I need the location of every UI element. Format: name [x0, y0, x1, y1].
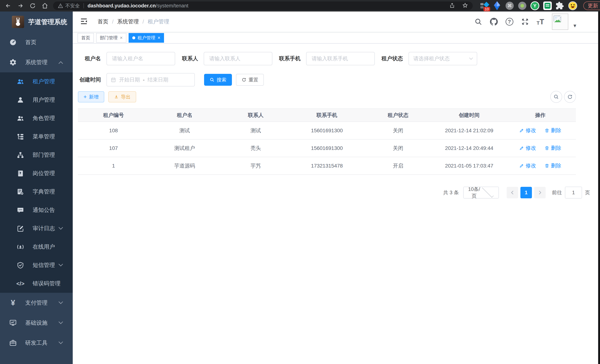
dashboard-icon	[9, 38, 18, 47]
not-secure-label[interactable]: 不安全	[65, 3, 80, 9]
browser-home-icon[interactable]	[41, 2, 49, 10]
tab-departments[interactable]: 部门管理 ×	[96, 33, 126, 43]
url-host[interactable]: dashboard.yudao.iocoder.cn	[88, 3, 156, 9]
extensions-puzzle-icon[interactable]	[555, 1, 565, 10]
sidebar-item-menus[interactable]: 菜单管理	[0, 127, 73, 146]
edit-button[interactable]: 修改	[519, 127, 536, 134]
extension-y-icon[interactable]: Y	[529, 1, 540, 10]
header-search-icon[interactable]	[474, 18, 482, 26]
app-logo[interactable]: 芋道管理系统	[0, 11, 73, 32]
breadcrumb-home[interactable]: 首页	[98, 18, 108, 25]
top-navbar: 首页 / 系统管理 / 租户管理 ? TT ▾	[73, 11, 598, 32]
delete-button[interactable]: 删除	[544, 162, 561, 169]
menu-fold-icon[interactable]	[80, 17, 88, 26]
fullscreen-icon[interactable]	[521, 18, 529, 26]
browser-reload-icon[interactable]	[28, 2, 37, 10]
sidebar-item-error-codes[interactable]: </> 错误码管理	[0, 274, 73, 293]
extension-diamond-icon[interactable]: 10	[479, 1, 490, 10]
edit-pencil-icon	[519, 163, 524, 168]
avatar[interactable]	[552, 14, 568, 30]
chevron-down-icon	[58, 339, 63, 344]
delete-button[interactable]: 删除	[544, 145, 561, 152]
status-select[interactable]: 请选择租户状态	[409, 52, 477, 65]
browser-forward-icon[interactable]	[16, 2, 25, 10]
next-page-button[interactable]	[534, 187, 546, 198]
sms-shield-icon	[16, 261, 25, 270]
sidebar-item-infra[interactable]: 基础设施	[0, 313, 73, 333]
contact-input[interactable]	[204, 52, 272, 65]
sidebar-item-departments[interactable]: 部门管理	[0, 146, 73, 164]
avatar-caret-down-icon[interactable]: ▾	[573, 22, 576, 29]
menu-tree-icon	[16, 132, 25, 141]
pagination: 共 3 条 10条/页 1 前往 页	[443, 187, 590, 198]
refresh-button[interactable]	[564, 91, 576, 103]
status-label: 租户状态	[380, 55, 403, 62]
table-row: 1 芋道源码 芋艿 17321315478 开启 2021-01-05 17:0…	[78, 157, 576, 175]
github-icon[interactable]	[490, 18, 498, 26]
export-button[interactable]: 导出	[108, 91, 136, 103]
tenant-name-input[interactable]	[106, 52, 175, 65]
extension-green-dot-icon[interactable]	[517, 1, 528, 10]
url-path[interactable]: /system/tenant	[156, 3, 188, 9]
sidebar-item-notice[interactable]: 通知公告	[0, 201, 73, 219]
delete-button[interactable]: 删除	[544, 127, 561, 134]
chevron-down-icon	[58, 225, 63, 230]
col-actions: 操作	[505, 109, 576, 122]
goto-page-input[interactable]	[565, 187, 582, 198]
share-icon[interactable]	[449, 3, 455, 9]
address-bar[interactable]: 不安全 dashboard.yudao.iocoder.cn /system/t…	[53, 1, 473, 10]
sidebar-item-dev-tools[interactable]: 研发工具	[0, 333, 73, 353]
chevron-down-icon	[58, 299, 63, 304]
help-icon[interactable]: ?	[506, 18, 513, 26]
edit-button[interactable]: 修改	[519, 145, 536, 152]
toggle-search-button[interactable]	[550, 91, 562, 103]
font-size-icon[interactable]: TT	[537, 18, 544, 25]
chrome-update-button[interactable]: 更新 ⋮	[583, 1, 600, 10]
sidebar-item-users[interactable]: 用户管理	[0, 91, 73, 109]
page-size-select[interactable]: 10条/页	[463, 187, 499, 198]
roles-users-icon	[16, 114, 25, 123]
edit-button[interactable]: 修改	[519, 162, 536, 169]
bookmark-star-icon[interactable]	[462, 3, 468, 9]
infra-monitor-icon	[9, 318, 18, 327]
reset-button[interactable]: 重置	[236, 74, 264, 86]
system-submenu: 租户管理 用户管理 角色管理 菜单管理 部门管理	[0, 72, 73, 293]
browser-back-icon[interactable]	[4, 2, 12, 10]
mobile-input[interactable]	[306, 52, 375, 65]
sidebar-item-sms[interactable]: 短信管理	[0, 256, 73, 274]
start-date-placeholder: 开始日期	[119, 76, 140, 83]
search-button[interactable]: 搜索	[204, 74, 232, 86]
sidebar-item-audit-log[interactable]: 审计日志	[0, 219, 73, 238]
tab-tenant[interactable]: 租户管理 ×	[129, 33, 164, 43]
extension-chat-icon[interactable]	[542, 1, 553, 10]
close-icon[interactable]: ×	[158, 35, 160, 41]
sidebar-item-posts[interactable]: 岗位管理	[0, 164, 73, 183]
breadcrumb-system[interactable]: 系统管理	[117, 18, 139, 25]
filter-mobile: 联系手机	[278, 52, 375, 65]
page-number-active[interactable]: 1	[520, 187, 532, 198]
sidebar-item-online-users[interactable]: 在线用户	[0, 238, 73, 256]
table-header-row: 租户编号 租户名 联系人 联系手机 租户状态 创建时间 操作	[78, 109, 576, 122]
dev-tools-icon	[9, 338, 18, 347]
sidebar-item-roles[interactable]: 角色管理	[0, 109, 73, 127]
chevron-down-icon	[58, 319, 63, 324]
sidebar-item-dict[interactable]: 字典管理	[0, 183, 73, 201]
col-created: 创建时间	[434, 109, 505, 122]
close-icon[interactable]: ×	[120, 35, 123, 41]
add-button[interactable]: + 新增	[78, 91, 104, 103]
extension-command-icon[interactable]: ⌘	[504, 1, 515, 10]
prev-page-button[interactable]	[507, 187, 518, 198]
sidebar-item-system[interactable]: 系统管理	[0, 52, 73, 72]
date-range-picker[interactable]: 开始日期 - 结束日期	[106, 73, 195, 86]
pay-yen-icon: ¥	[9, 298, 18, 307]
chevron-down-icon	[58, 262, 63, 266]
sidebar-item-tenant[interactable]: 租户管理	[0, 72, 73, 91]
main-area: 首页 / 系统管理 / 租户管理 ? TT ▾	[73, 11, 598, 364]
tab-home[interactable]: 首页	[77, 33, 94, 43]
profile-avatar-icon[interactable]	[567, 1, 578, 10]
sidebar-item-home[interactable]: 首页	[0, 32, 73, 52]
filter-status: 租户状态 请选择租户状态	[380, 52, 477, 65]
extension-kite-icon[interactable]	[492, 1, 502, 10]
chevron-right-icon	[537, 191, 541, 195]
sidebar-item-payment[interactable]: ¥ 支付管理	[0, 293, 73, 313]
